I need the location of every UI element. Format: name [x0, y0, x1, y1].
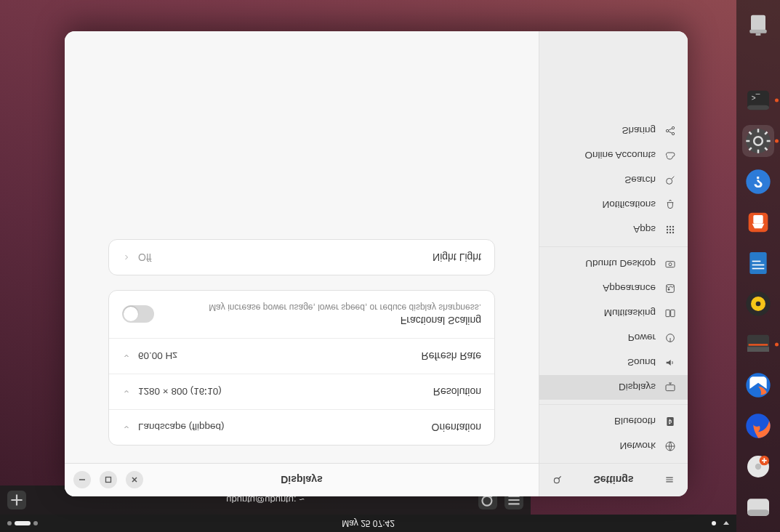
bluetooth-icon — [664, 416, 676, 427]
sidebar-separator — [539, 404, 688, 405]
sidebar-item-label: Search — [624, 175, 656, 186]
svg-rect-39 — [666, 262, 675, 267]
sidebar-item-apps[interactable]: Apps — [539, 217, 688, 242]
sidebar-item-label: Network — [619, 441, 656, 452]
content-title: Displays — [281, 475, 323, 486]
trash-icon[interactable] — [742, 9, 774, 41]
sidebar-item-search[interactable]: Search — [539, 168, 688, 193]
svg-rect-25 — [747, 105, 769, 110]
activities-indicator[interactable] — [7, 515, 38, 532]
resolution-row[interactable]: Resolution 1280 × 800 (16∶10) — [109, 374, 494, 409]
settings-title: Settings — [593, 475, 633, 486]
sidebar-item-displays[interactable]: Displays — [539, 375, 688, 400]
rhythmbox-icon[interactable] — [742, 288, 774, 320]
svg-rect-17 — [752, 261, 761, 262]
help-icon[interactable]: ? — [742, 166, 774, 198]
sidebar-item-bluetooth[interactable]: Bluetooth — [539, 409, 688, 434]
svg-rect-10 — [749, 344, 768, 346]
sidebar-item-label: Online Accounts — [584, 150, 656, 161]
fractional-scaling-label: Fractional Scaling — [401, 315, 481, 326]
nautilus-icon[interactable] — [742, 329, 774, 360]
svg-point-0 — [482, 496, 491, 506]
system-status-area[interactable] — [712, 515, 729, 532]
night-light-value: Off — [138, 251, 151, 263]
svg-rect-36 — [671, 310, 675, 316]
dot-icon — [7, 521, 12, 525]
terminal-new-tab-button[interactable] — [7, 491, 26, 509]
terminal-dock-icon[interactable]: >_ — [742, 84, 774, 116]
window-close-button[interactable] — [126, 472, 143, 489]
settings-dock-icon[interactable] — [742, 125, 774, 157]
svg-rect-2 — [747, 509, 769, 515]
sidebar-item-sound[interactable]: Sound — [539, 350, 688, 375]
svg-rect-14 — [749, 252, 766, 274]
files-icon[interactable] — [742, 491, 774, 523]
svg-point-48 — [670, 226, 671, 227]
svg-point-13 — [756, 302, 761, 307]
svg-rect-19 — [753, 215, 763, 224]
settings-menu-button[interactable] — [660, 471, 679, 490]
svg-rect-37 — [667, 285, 675, 293]
svg-point-52 — [672, 132, 674, 134]
svg-text:?: ? — [753, 173, 763, 191]
fractional-scaling-row[interactable]: Fractional Scaling May increase power us… — [109, 291, 494, 338]
svg-rect-35 — [666, 310, 670, 316]
orientation-row[interactable]: Orientation Landscape (flipped) — [109, 409, 494, 445]
svg-point-43 — [672, 232, 674, 233]
multitasking-icon — [664, 307, 676, 319]
sidebar-item-ubuntu-desktop[interactable]: Ubuntu Desktop — [539, 251, 688, 276]
display-settings-group: Orientation Landscape (flipped) Resoluti… — [108, 290, 495, 446]
firefox-icon[interactable] — [742, 410, 774, 442]
status-dot-icon — [712, 521, 716, 525]
toggle-knob-icon — [124, 307, 138, 322]
notifications-icon — [664, 199, 676, 211]
sidebar-item-multitasking[interactable]: Multitasking — [539, 301, 688, 326]
disks-icon[interactable] — [742, 451, 774, 483]
search-icon — [552, 475, 563, 485]
sidebar-item-label: Bluetooth — [614, 416, 656, 427]
svg-point-50 — [667, 178, 672, 184]
svg-point-38 — [668, 289, 670, 291]
apps-icon — [664, 224, 676, 235]
power-icon — [664, 332, 676, 344]
sidebar-item-notifications[interactable]: Notifications — [539, 193, 688, 217]
svg-text:>_: >_ — [752, 94, 760, 102]
svg-point-45 — [670, 229, 671, 230]
displays-icon — [664, 382, 676, 393]
software-store-icon[interactable] — [742, 206, 774, 238]
svg-rect-9 — [747, 347, 769, 352]
window-minimize-button[interactable] — [73, 472, 91, 489]
orientation-value: Landscape (flipped) — [138, 422, 225, 433]
sidebar-item-label: Sharing — [622, 126, 656, 137]
sidebar-item-label: Power — [628, 333, 656, 344]
sidebar-item-sharing[interactable]: Sharing — [539, 118, 688, 143]
resolution-value: 1280 × 800 (16∶10) — [138, 386, 222, 398]
sidebar-item-network[interactable]: Network — [539, 434, 688, 459]
night-light-row[interactable]: Night Light Off — [109, 240, 494, 275]
sidebar-item-power[interactable]: Power — [539, 326, 688, 350]
sidebar-item-label: Appearance — [603, 283, 656, 294]
fractional-scaling-toggle[interactable] — [122, 306, 154, 323]
sidebar-item-appearance[interactable]: Appearance — [539, 276, 688, 301]
sidebar-item-online-accounts[interactable]: Online Accounts — [539, 143, 688, 168]
libreoffice-writer-icon[interactable] — [742, 247, 774, 279]
settings-sidebar: Settings NetworkBluetoothDisplaysSoundPo… — [539, 31, 688, 496]
chevron-down-icon — [122, 423, 131, 432]
thunderbird-icon[interactable] — [742, 369, 774, 401]
window-maximize-button[interactable] — [100, 472, 117, 489]
settings-search-button[interactable] — [548, 471, 567, 490]
refresh-rate-row[interactable]: Refresh Rate 60.00 Hz — [109, 338, 494, 374]
chevron-right-icon — [122, 253, 131, 262]
svg-point-30 — [554, 478, 559, 483]
svg-rect-29 — [756, 33, 761, 36]
ubuntu-icon — [664, 258, 676, 270]
svg-point-46 — [672, 229, 674, 230]
close-icon — [131, 477, 138, 484]
settings-sidebar-list: NetworkBluetoothDisplaysSoundPowerMultit… — [539, 31, 688, 463]
pill-icon — [15, 521, 31, 525]
dot-icon — [33, 521, 38, 525]
clock[interactable]: May 25 07:42 — [342, 518, 395, 528]
svg-rect-32 — [667, 417, 673, 426]
sidebar-item-label: Displays — [619, 382, 656, 393]
minimize-icon — [79, 477, 86, 484]
